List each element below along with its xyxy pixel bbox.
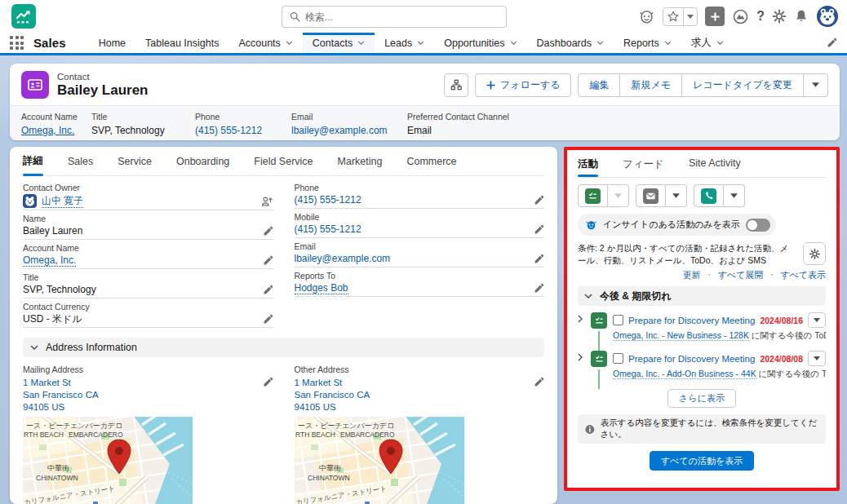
search-input[interactable] xyxy=(305,11,499,23)
edit-nav-pencil-icon[interactable] xyxy=(827,38,837,48)
nav-item-opportunities[interactable]: Opportunities xyxy=(434,33,526,53)
log-call-button[interactable] xyxy=(694,184,724,207)
account-link[interactable]: Omega, Inc. xyxy=(21,125,74,136)
new-note-button[interactable]: 新規メモ xyxy=(620,73,682,97)
edit-pencil-icon[interactable] xyxy=(263,285,273,295)
app-logo[interactable] xyxy=(11,4,36,29)
tab-feed[interactable]: フィード xyxy=(623,157,664,177)
tab-activity[interactable]: 活動 xyxy=(578,157,598,177)
chevron-down-icon xyxy=(357,41,365,45)
related-record-link[interactable]: Omega, Inc. - Add-On Business - 44K xyxy=(613,369,756,379)
task-actions-dropdown[interactable] xyxy=(808,351,826,366)
owner-link[interactable]: 山中 寛子 xyxy=(42,195,83,208)
mailing-address-link[interactable]: 1 Market St xyxy=(23,377,256,389)
einstein-icon[interactable] xyxy=(638,8,655,25)
nav-item-leads[interactable]: Leads xyxy=(375,33,434,53)
guidance-center-icon[interactable] xyxy=(732,8,749,25)
change-record-type-button[interactable]: レコードタイプを変更 xyxy=(682,73,804,97)
favorites-control[interactable] xyxy=(663,7,698,26)
edit-pencil-icon[interactable] xyxy=(534,377,544,413)
mailing-address: Mailing Address 1 Market St San Francisc… xyxy=(23,365,273,504)
related-record-link[interactable]: Omega, Inc. - New Business - 128K xyxy=(613,330,749,341)
edit-pencil-icon[interactable] xyxy=(534,195,544,206)
edit-pencil-icon[interactable] xyxy=(263,255,273,266)
tab-commerce[interactable]: Commerce xyxy=(406,147,456,175)
tab-sales[interactable]: Sales xyxy=(68,147,93,175)
map-label: 中華街 xyxy=(47,464,69,472)
tab-site-activity[interactable]: Site Activity xyxy=(689,157,741,177)
tab-marketing[interactable]: Marketing xyxy=(338,147,383,175)
edit-pencil-icon[interactable] xyxy=(263,314,273,325)
setup-gear-icon[interactable] xyxy=(772,9,787,24)
nav-item-home[interactable]: Home xyxy=(89,33,135,53)
change-owner-icon[interactable] xyxy=(261,196,273,207)
edit-pencil-icon[interactable] xyxy=(263,377,273,413)
expand-all-link[interactable]: すべて展開 xyxy=(717,269,763,281)
nav-item-accounts[interactable]: Accounts xyxy=(228,33,302,53)
global-actions-button[interactable] xyxy=(705,7,725,26)
other-address-link[interactable]: 94105 US xyxy=(295,401,528,413)
email-link[interactable]: lbailey@example.com xyxy=(291,125,388,136)
mailing-address-map[interactable]: ース・ビーチ RTH BEACH エンバーカデロ EMBARCADERO 中華街… xyxy=(23,417,193,504)
view-all-link[interactable]: すべて表示 xyxy=(780,269,826,281)
call-dropdown[interactable] xyxy=(724,184,745,207)
edit-button[interactable]: 編集 xyxy=(578,73,620,97)
nav-item-jobs[interactable]: 求人 xyxy=(681,33,734,53)
account-link[interactable]: Omega, Inc. xyxy=(23,254,76,267)
nav-item-contacts[interactable]: Contacts xyxy=(303,33,375,53)
task-checkbox[interactable] xyxy=(613,353,623,364)
view-hierarchy-button[interactable] xyxy=(444,73,468,97)
more-actions-dropdown[interactable] xyxy=(804,73,828,97)
email-button[interactable] xyxy=(636,184,666,207)
mobile-link[interactable]: (415) 555-1212 xyxy=(295,223,361,235)
tab-details[interactable]: 詳細 xyxy=(23,147,43,175)
insights-toggle[interactable] xyxy=(746,219,770,232)
help-icon[interactable]: ? xyxy=(756,10,765,23)
edit-pencil-icon[interactable] xyxy=(534,254,544,264)
phone-link[interactable]: (415) 555-1212 xyxy=(295,194,361,206)
nav-item-tableau-insights[interactable]: Tableau Insights xyxy=(135,33,228,53)
other-address-link[interactable]: San Francisco CA xyxy=(295,389,528,401)
upcoming-overdue-section[interactable]: 今後 & 期限切れ xyxy=(578,286,826,306)
email-dropdown[interactable] xyxy=(666,184,687,207)
mailing-address-link[interactable]: San Francisco CA xyxy=(23,389,256,401)
task-dropdown-disabled[interactable] xyxy=(608,184,629,207)
new-task-button[interactable] xyxy=(578,184,608,207)
task-title-link[interactable]: Prepare for Discovery Meeting xyxy=(628,354,755,364)
nav-item-dashboards[interactable]: Dashboards xyxy=(527,33,614,53)
tab-field-service[interactable]: Field Service xyxy=(254,147,313,175)
tab-service[interactable]: Service xyxy=(118,147,152,175)
edit-pencil-icon[interactable] xyxy=(263,226,273,237)
refresh-link[interactable]: 更新 xyxy=(682,269,700,281)
favorite-star-icon[interactable] xyxy=(663,11,683,22)
edit-pencil-icon[interactable] xyxy=(534,283,544,294)
global-search[interactable] xyxy=(282,6,507,28)
view-all-activities-button[interactable]: すべての活動を表示 xyxy=(650,451,754,471)
task-title-link[interactable]: Prepare for Discovery Meeting xyxy=(628,316,755,325)
reports-to-link[interactable]: Hodges Bob xyxy=(295,282,348,294)
notifications-bell-icon[interactable] xyxy=(794,9,809,24)
show-more-button[interactable]: さらに表示 xyxy=(667,389,736,408)
mailing-address-link[interactable]: 94105 US xyxy=(23,401,256,413)
tab-onboarding[interactable]: Onboarding xyxy=(176,147,229,175)
phone-link[interactable]: (415) 555-1212 xyxy=(195,125,262,136)
chevron-down-icon xyxy=(417,41,424,45)
highlight-phone: Phone (415) 555-1212 xyxy=(195,112,291,136)
favorites-dropdown[interactable] xyxy=(683,8,697,25)
expand-chevron-icon[interactable] xyxy=(578,351,585,389)
nav-item-reports[interactable]: Reports xyxy=(614,33,681,53)
other-address-link[interactable]: 1 Market St xyxy=(295,377,528,389)
other-address-map[interactable]: ース・ビーチ RTH BEACH エンバーカデロ EMBARCADERO 中華街… xyxy=(295,417,464,504)
task-checkbox[interactable] xyxy=(613,315,623,325)
expand-chevron-icon[interactable] xyxy=(578,312,585,351)
task-actions-dropdown[interactable] xyxy=(808,312,826,328)
follow-button[interactable]: フォローする xyxy=(475,73,571,97)
edit-pencil-icon[interactable] xyxy=(534,224,544,235)
map-label: ース・ビーチ xyxy=(26,422,71,430)
email-link[interactable]: lbailey@example.com xyxy=(295,253,391,264)
address-information-section[interactable]: Address Information xyxy=(23,338,544,357)
activity-filter-gear-button[interactable] xyxy=(803,242,826,265)
app-launcher-icon[interactable] xyxy=(10,36,24,50)
record-detail-card: 詳細 Sales Service Onboarding Field Servic… xyxy=(10,147,557,504)
user-avatar[interactable] xyxy=(816,5,839,28)
